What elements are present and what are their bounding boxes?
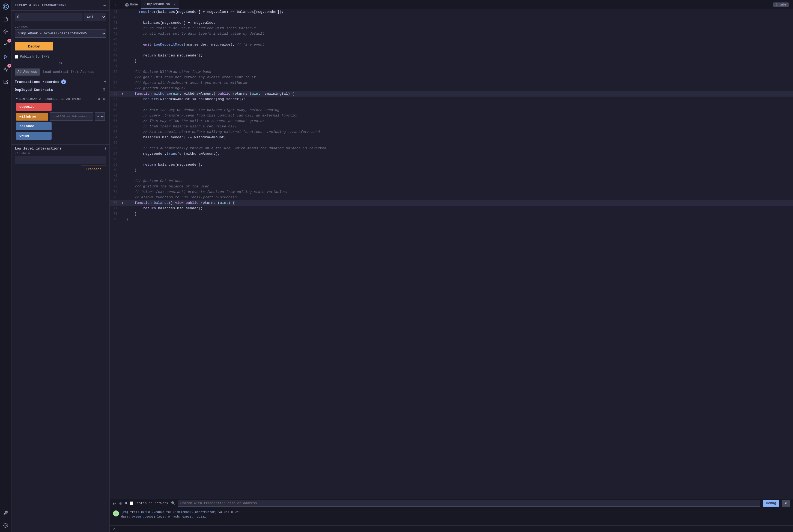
simplebank-tab-label: SimpleBank.sol [144,2,172,6]
listen-network-text: listen on network [135,501,168,505]
stop-icon[interactable]: ⊘ [119,501,122,506]
analytics-badge: 3 [7,64,11,68]
transact-button[interactable]: Transact [81,166,106,173]
deploy-section: Deploy [12,40,109,53]
code-line-65: 65 [110,140,793,146]
code-area[interactable]: 41 require((balances[msg.sender] + msg.v… [110,9,793,498]
balance-button[interactable]: balance [16,122,52,130]
contract-select[interactable]: SimpleBank - browser/gists/f490c0d5: [15,30,106,38]
code-line-55: 55 /// @return remainingBal [110,86,793,91]
verify-icon[interactable] [1,77,10,86]
code-line-51: 51 [110,64,793,69]
instance-copy-icon[interactable]: ⧉ [98,97,100,101]
files-icon[interactable] [1,15,10,23]
tx-log: ✓ [vm] from: 0x5B3...eddC4 to: SimpleBan… [110,508,793,526]
calldata-input[interactable] [15,156,106,164]
skip-icon[interactable]: ⏭ [113,501,117,506]
chevron-down-button[interactable]: ▼ [782,500,790,507]
value-input[interactable] [15,13,82,21]
code-line-63: 63 // Aim to commit state before calling… [110,129,793,135]
analytics-icon[interactable]: 3 [1,65,10,74]
code-line-73: 73 /// @return The balance of the user [110,184,793,189]
deploy-icon[interactable] [1,52,10,61]
tx-count: 0 [125,501,127,505]
or-divider: OR [12,61,109,66]
instance-chevron[interactable]: ▼ [16,97,18,100]
tab-close-icon[interactable]: ✕ [173,2,175,6]
tx-success-icon: ✓ [113,510,119,516]
simplebank-tab[interactable]: SimpleBank.sol ✕ [141,0,179,9]
panel-title: DEPLOY & RUN TRANSACTIONS [15,3,67,7]
panel-menu-icon[interactable]: ≡ [103,3,106,8]
owner-button[interactable]: owner [16,132,52,140]
debug-button[interactable]: Debug [763,500,779,507]
ipfs-checkbox-label[interactable]: Publish to IPFS [15,55,106,59]
code-line-75: 75 // allows function to run locally/off… [110,195,793,200]
deploy-panel: DEPLOY & RUN TRANSACTIONS ≡ wei gwei fin… [12,0,110,532]
bottom-status-bar: ⏭ ⊘ 0 listen on network 🔍 Debug ▼ [110,498,793,508]
plugin-icon[interactable] [1,509,10,517]
code-line-49: 49 return balances[msg.sender]; [110,53,793,58]
home-tab[interactable]: Home [122,3,141,6]
deployed-header: Deployed Contracts 🗑 [12,86,109,94]
editor-area: + − Home SimpleBank.sol ✕ 2 tabs 41 requ… [110,0,793,532]
code-line-71: 71 [110,173,793,178]
listen-network-label[interactable]: listen on network [130,501,168,505]
deployed-title: Deployed Contracts [15,88,53,92]
code-line-61: 61 // This may allow the caller to reque… [110,118,793,124]
low-level-info-icon[interactable]: ℹ [105,146,106,151]
badge: ✓ [7,39,11,42]
contract-instance-header: ▼ SIMPLEBANK AT 0XDB8B...33FA8 (MEMO ⧉ ✕ [14,96,107,102]
search-icon: 🔍 [171,501,175,505]
code-line-62: 62 // than their balance using a recursi… [110,124,793,129]
icon-sidebar: ✓ 3 [0,0,12,532]
compile-icon[interactable] [1,27,10,36]
code-line-74: 74 // 'view' (ex: constant) prevents fun… [110,189,793,195]
instance-name: SIMPLEBANK AT 0XDB8B...33FA8 (MEMO [19,97,95,101]
transactions-section[interactable]: Transactions recorded 2 ▼ [12,78,109,86]
code-line-42: 42 [110,15,793,20]
withdraw-param-input[interactable] [50,112,93,120]
at-address-button[interactable]: At Address [15,69,40,76]
code-line-72: 72 /// @notice Get balance [110,178,793,184]
ipfs-checkbox[interactable] [15,55,18,59]
code-line-78: 78 } [110,211,793,216]
code-line-48: 48 [110,48,793,53]
code-line-64: 64 balances[msg.sender] -= withdrawAmoun… [110,135,793,140]
code-line-57: 57 require(withdrawAmount <= balances[ms… [110,97,793,102]
instance-close-icon[interactable]: ✕ [103,97,105,101]
tx-search-input[interactable] [178,500,760,507]
deposit-button[interactable]: deposit [16,103,52,111]
unit-select[interactable]: wei gwei finney ether [84,13,106,21]
code-line-44: 44 // no "this." or "self." required wit… [110,26,793,31]
delete-all-icon[interactable]: 🗑 [102,88,106,92]
low-level-title: Low level interactions [15,147,62,151]
zoom-out-button[interactable]: − [117,2,119,7]
svg-point-0 [3,4,8,9]
low-level-section: Low level interactions ℹ CALLDATA Transa… [12,144,109,175]
code-line-52: 52 /// @notice Withdraw ether from bank [110,69,793,75]
load-contract-button[interactable]: Load contract from Address [41,69,106,76]
prompt-symbol: > [113,527,115,531]
panel-header: DEPLOY & RUN TRANSACTIONS ≡ [12,0,109,11]
zoom-in-button[interactable]: + [114,2,116,7]
svg-marker-3 [4,55,7,59]
editor-tabs: + − Home SimpleBank.sol ✕ 2 tabs [110,0,793,9]
code-line-66: 66 // this automatically throws on a fai… [110,146,793,151]
transactions-chevron[interactable]: ▼ [104,80,106,84]
withdraw-param-dropdown[interactable]: ▼ [95,112,105,120]
code-line-46: 46 [110,37,793,42]
code-line-45: 45 // all values set to data type's init… [110,31,793,37]
withdraw-button[interactable]: withdraw [16,113,48,120]
svg-point-1 [4,5,7,8]
low-level-header: Low level interactions ℹ [15,146,106,151]
code-line-77: 77 return balances[msg.sender]; [110,206,793,211]
settings-icon[interactable] [1,521,10,530]
check-icon[interactable]: ✓ [1,40,10,49]
code-line-43: 43 balances[msg.sender] += msg.value; [110,20,793,26]
logo-icon[interactable] [1,2,10,11]
listen-network-checkbox[interactable] [130,501,133,505]
code-line-56: 56 ▶ function withdraw(uint withdrawAmou… [110,91,793,97]
tx-text: [vm] from: 0x5B3...eddC4 to: SimpleBank.… [121,510,240,519]
deploy-button[interactable]: Deploy [15,42,53,51]
